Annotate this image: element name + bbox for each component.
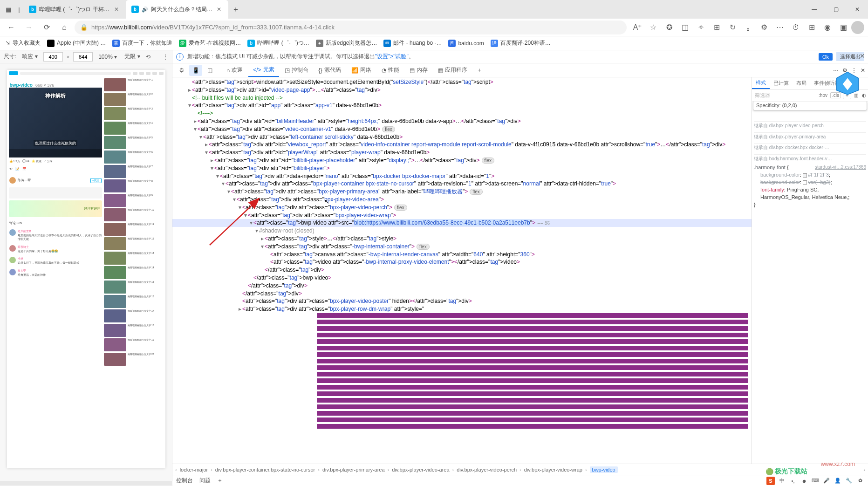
dom-node[interactable]: ▾<attr">class="tag">bwp-video attr">src=… [172, 219, 752, 227]
app-menu-icon[interactable]: ▦ [2, 3, 15, 16]
site-info-icon[interactable]: 🔒 [80, 24, 88, 31]
edge-icon[interactable]: ◉ [820, 20, 835, 35]
maximize-icon[interactable]: ▢ [825, 0, 847, 19]
dom-node[interactable]: ▾<attr">class="tag">div attr">class="bpx… [172, 180, 752, 188]
bookmark-item[interactable]: ✉邮件 - huang bo -… [383, 39, 442, 47]
close-icon[interactable]: ✕ [113, 6, 120, 13]
css-rule[interactable]: stardust-vi…2.css:17366.harmony-font {ba… [754, 164, 866, 209]
dom-node[interactable]: ▾<attr">class="tag">div attr">class="bpx… [172, 188, 752, 196]
bookmark-item[interactable]: 译百度翻译-200种语… [491, 39, 551, 47]
favorites-bar-icon[interactable]: ✧ [693, 20, 709, 35]
drawer-issues-tab[interactable]: 问题 [199, 476, 211, 486]
ime-emoji-icon[interactable]: ☻ [800, 477, 808, 485]
ime-tool-icon[interactable]: 🔧 [845, 477, 853, 485]
dom-node[interactable]: <attr">class="tag">script>window.attr">s… [172, 78, 752, 86]
dom-node[interactable]: </attr">class="tag">bwp-video> [172, 274, 752, 282]
stab-computed[interactable]: 已计算 [770, 77, 793, 89]
settings-icon[interactable]: ⋯ [772, 20, 788, 35]
tab-performance[interactable]: ◔性能 [377, 63, 404, 77]
performance-icon[interactable]: ⏱ [788, 20, 804, 35]
favorite-icon[interactable]: ☆ [645, 20, 661, 35]
dom-node[interactable]: ▾<attr">class="tag">div attr">class="-bw… [172, 243, 752, 251]
bookmark-item[interactable]: b哔哩哔哩 (゜-゜)つ… [247, 39, 309, 47]
zoom-select[interactable]: 100% ▾ [96, 54, 119, 60]
dom-node[interactable]: </attr">class="tag">div> [172, 266, 752, 274]
history-icon[interactable]: ↻ [724, 20, 740, 35]
device-toggle-icon[interactable]: 📱 [189, 65, 202, 76]
rotate-icon[interactable]: ⟲ [146, 54, 150, 60]
bookmark-item[interactable]: ●新版edge浏览器怎… [316, 39, 377, 47]
dom-node[interactable]: <attr">class="tag">div attr">class="bpx-… [172, 297, 752, 305]
dom-node[interactable]: ▾<attr">class="tag">div attr">class="bpx… [172, 204, 752, 212]
tab-memory[interactable]: ▤内存 [405, 63, 432, 77]
forward-button[interactable]: → [21, 20, 36, 35]
sogou-icon[interactable]: S [766, 477, 775, 485]
browser-tab-1[interactable]: b 🔊 阿天为什么自杀？结局你说… ✕ [126, 0, 228, 19]
dom-node[interactable]: ▸<attr">class="tag">div attr">id="biliMa… [172, 117, 752, 125]
tab-network[interactable]: 📶网络 [347, 63, 376, 77]
dom-node[interactable]: </attr">class="tag">div> [172, 290, 752, 298]
dom-node[interactable]: ▸<attr">class="tag">style>…</attr">class… [172, 235, 752, 243]
reload-button[interactable]: ⟳ [39, 20, 54, 35]
new-tab-button[interactable]: ＋ [228, 0, 243, 19]
ime-keyboard-icon[interactable]: ⌨ [811, 477, 820, 485]
dom-node[interactable]: ▸<attr">class="tag">div attr">id="bilibi… [172, 157, 752, 164]
reading-mode-icon[interactable]: A⁺ [629, 20, 645, 35]
width-input[interactable] [43, 52, 63, 62]
dom-node[interactable]: ▾<attr">class="tag">div attr">class="lef… [172, 133, 752, 141]
info-link[interactable]: "设置">"试验" [375, 53, 409, 60]
dom-node[interactable]: ▾<attr">class="tag">div attr">id="player… [172, 149, 752, 157]
ime-settings-icon[interactable]: ✿ [856, 477, 864, 485]
bookmark-item[interactable]: Apple (中国大陆) … [47, 39, 106, 47]
inspect-icon[interactable]: ⯐ [175, 65, 188, 76]
breadcrumb-item[interactable]: locker-major [180, 467, 208, 472]
close-window-icon[interactable]: ✕ [847, 0, 868, 19]
drawer-add-tab[interactable]: ＋ [217, 477, 223, 485]
tab-console[interactable]: ◳控制台 [280, 63, 313, 77]
bc-right-icon[interactable]: › [863, 467, 865, 472]
breadcrumb-item[interactable]: div.bpx-player-container.bpx-state-no-cu… [215, 467, 315, 472]
add-tab-icon[interactable]: ＋ [473, 66, 486, 74]
extensions-icon[interactable]: ⚙ [756, 20, 772, 35]
close-infobar-icon[interactable]: ✕ [860, 52, 865, 60]
home-button[interactable]: ⌂ [57, 20, 72, 35]
browser-tab-0[interactable]: b 哔哩哔哩 (゜-゜)つロ 干杯~-bili… ✕ [23, 0, 126, 19]
dom-node[interactable]: ▾<attr">class="tag">div attr">id="bilibi… [172, 164, 752, 172]
ime-user-icon[interactable]: 👤 [834, 477, 842, 485]
split-icon[interactable]: ◫ [677, 20, 693, 35]
rendering-toggle-icon[interactable]: ◐ [860, 93, 868, 98]
dom-node[interactable]: <attr">class="tag">video attr">class="-b… [172, 258, 752, 266]
dom-node[interactable]: <attr">class="tag">canvas attr">class="-… [172, 251, 752, 259]
ime-punct-icon[interactable]: •, [789, 477, 797, 485]
tab-welcome[interactable]: ⌂欢迎 [222, 63, 247, 77]
more-options-icon[interactable]: ⋮ [163, 54, 168, 60]
hov-toggle[interactable]: :hov [817, 93, 829, 98]
tab-elements[interactable]: </>元素 [248, 63, 279, 77]
ime-voice-icon[interactable]: 🎤 [822, 477, 831, 485]
dom-node[interactable]: ▸<attr">class="tag">div attr">class="bpx… [172, 305, 752, 313]
styles-body[interactable]: Specificity: (0,2,0) </span><div><span c… [752, 102, 868, 464]
dom-node[interactable]: ▾<attr">class="tag">div attr">class="bpx… [172, 212, 752, 219]
close-devtools-icon[interactable]: ✕ [861, 67, 865, 74]
bookmark-item[interactable]: 首baidu.com [448, 40, 484, 47]
stab-styles[interactable]: 样式 [752, 77, 770, 89]
back-button[interactable]: ← [4, 20, 19, 35]
profile-avatar[interactable] [851, 21, 864, 34]
rule-source-link[interactable]: stardust-vi…2.css:17366 [815, 164, 866, 171]
tab-application[interactable]: ▦应用程序 [433, 63, 472, 77]
dom-node[interactable]: <!----> [172, 110, 752, 117]
drawer-console-tab[interactable]: 控制台 [176, 476, 193, 486]
dom-node[interactable]: ▸<attr">class="tag">div attr">id="video-… [172, 86, 752, 94]
dom-node[interactable]: ▾#shadow-root (closed) [172, 227, 752, 235]
page-thumbnail[interactable]: bwp-video668 × 376 神作解析 也没受过什么生死攸关的 👍 1.… [0, 63, 172, 486]
apps-icon[interactable]: ⊞ [804, 20, 820, 35]
height-input[interactable] [73, 52, 93, 62]
elements-tree[interactable]: <attr">class="tag">script>window.attr">s… [172, 77, 752, 464]
dock-icon[interactable]: ◫ [203, 65, 216, 76]
bookmark-item[interactable]: ⇲导入收藏夹 [6, 39, 41, 47]
dom-node[interactable]: <!-- built files will be auto injected -… [172, 94, 752, 102]
tab-sources[interactable]: {}源代码 [314, 63, 346, 77]
dom-node[interactable]: </attr">class="tag">div> [172, 282, 752, 290]
breadcrumb-item[interactable]: div.bpx-player-video-area [392, 467, 449, 472]
downloads-icon[interactable]: ⭳ [740, 20, 756, 35]
